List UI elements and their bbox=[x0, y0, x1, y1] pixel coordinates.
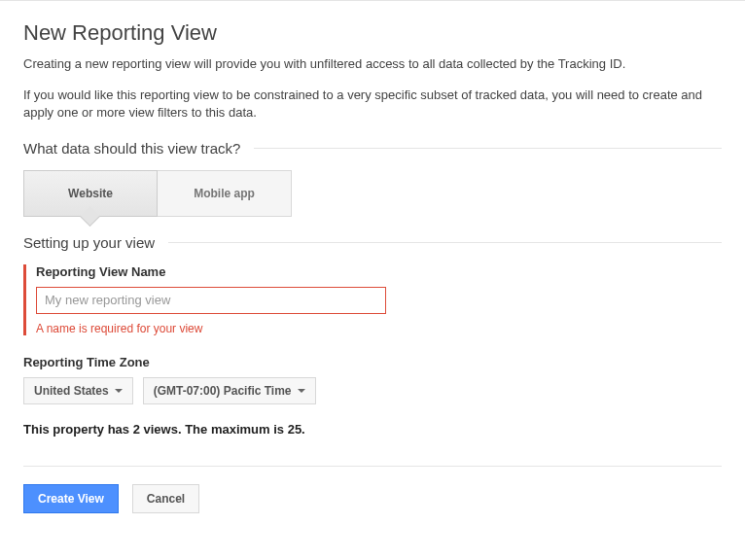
tab-mobile-app[interactable]: Mobile app bbox=[158, 170, 292, 217]
timezone-label: Reporting Time Zone bbox=[23, 355, 722, 369]
view-name-label: Reporting View Name bbox=[36, 264, 722, 279]
tab-website-label: Website bbox=[68, 187, 113, 200]
create-view-button[interactable]: Create View bbox=[23, 484, 119, 513]
tab-mobile-label: Mobile app bbox=[194, 187, 255, 200]
cancel-button[interactable]: Cancel bbox=[132, 484, 199, 513]
view-name-input[interactable] bbox=[36, 287, 386, 314]
setup-heading-label: Setting up your view bbox=[23, 234, 168, 251]
view-limit-text: This property has 2 views. The maximum i… bbox=[23, 422, 722, 437]
cancel-label: Cancel bbox=[147, 492, 185, 506]
page-title: New Reporting View bbox=[23, 20, 722, 46]
page-desc-2: If you would like this reporting view to… bbox=[23, 87, 722, 122]
track-question-label: What data should this view track? bbox=[23, 140, 254, 157]
page-desc-1: Creating a new reporting view will provi… bbox=[23, 55, 722, 73]
chevron-down-icon bbox=[115, 389, 123, 393]
track-section-head: What data should this view track? bbox=[23, 140, 722, 157]
tab-website[interactable]: Website bbox=[23, 170, 158, 217]
view-name-field: Reporting View Name A name is required f… bbox=[23, 264, 722, 335]
chevron-down-icon bbox=[298, 389, 305, 393]
divider bbox=[254, 148, 722, 149]
setup-section-head: Setting up your view bbox=[23, 234, 722, 251]
track-type-tabs: Website Mobile app bbox=[23, 170, 722, 217]
view-name-error: A name is required for your view bbox=[36, 322, 722, 335]
timezone-country-value: United States bbox=[34, 384, 109, 398]
timezone-zone-value: (GMT-07:00) Pacific Time bbox=[154, 384, 292, 398]
create-view-label: Create View bbox=[38, 492, 104, 506]
divider bbox=[168, 242, 722, 243]
divider bbox=[23, 466, 722, 467]
timezone-zone-select[interactable]: (GMT-07:00) Pacific Time bbox=[143, 377, 316, 404]
timezone-country-select[interactable]: United States bbox=[23, 377, 133, 404]
